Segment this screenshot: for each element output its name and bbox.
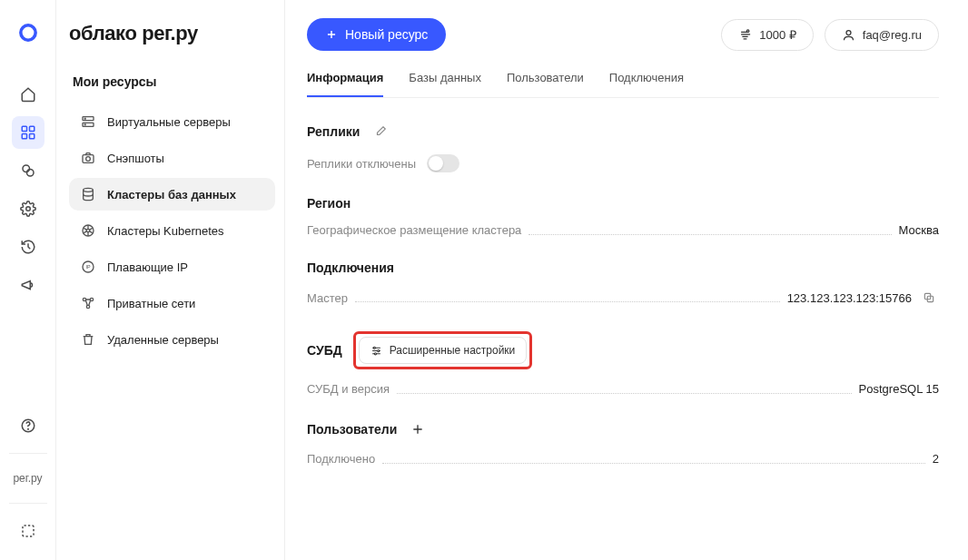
dotted-leader bbox=[355, 293, 780, 302]
svg-rect-15 bbox=[83, 155, 94, 163]
new-resource-button[interactable]: Новый ресурс bbox=[307, 18, 446, 51]
row-label: СУБД и версия bbox=[307, 382, 390, 396]
sidebar-item-deleted[interactable]: Удаленные серверы bbox=[69, 323, 275, 356]
advanced-settings-button[interactable]: Расширенные настройки bbox=[359, 337, 528, 364]
sidebar-item-db-clusters[interactable]: Кластеры баз данных bbox=[69, 178, 275, 211]
section-title: Пользователи bbox=[307, 422, 397, 437]
svg-point-5 bbox=[23, 165, 30, 172]
add-user-button[interactable] bbox=[408, 419, 428, 439]
rail-home[interactable] bbox=[12, 78, 44, 111]
sidebar-item-vservers[interactable]: Виртуальные серверы bbox=[69, 105, 275, 138]
rail-regru-label[interactable]: рег.ру bbox=[13, 472, 42, 485]
server-icon bbox=[80, 114, 96, 129]
users-count: 2 bbox=[933, 452, 939, 466]
sidebar-item-label: Кластеры баз данных bbox=[107, 188, 236, 201]
sidebar: облако рег.ру Мои ресурсы Виртуальные се… bbox=[56, 0, 285, 560]
rail-help[interactable] bbox=[12, 409, 44, 442]
rail-settings[interactable] bbox=[12, 192, 44, 225]
plus-icon bbox=[325, 28, 338, 41]
dotted-leader bbox=[397, 385, 852, 394]
account-pill[interactable]: faq@reg.ru bbox=[825, 19, 939, 51]
advanced-settings-label: Расширенные настройки bbox=[390, 344, 516, 357]
edit-replicas-button[interactable] bbox=[370, 122, 390, 142]
svg-point-30 bbox=[377, 349, 379, 351]
svg-point-31 bbox=[374, 352, 376, 354]
svg-rect-1 bbox=[22, 126, 26, 131]
svg-point-16 bbox=[86, 157, 91, 162]
account-email: faq@reg.ru bbox=[863, 28, 922, 42]
section-title: Подключения bbox=[307, 260, 394, 275]
wallet-icon bbox=[738, 28, 752, 42]
topbar: Новый ресурс 1000 ₽ faq@reg.ru bbox=[307, 18, 939, 51]
replicas-toggle[interactable] bbox=[427, 154, 459, 172]
sidebar-heading: Мои ресурсы bbox=[69, 74, 275, 89]
app-title: облако рег.ру bbox=[69, 22, 275, 45]
row-label: Географическое размещение кластера bbox=[307, 223, 521, 237]
svg-rect-10 bbox=[23, 526, 34, 536]
tab-connections[interactable]: Подключения bbox=[609, 71, 684, 97]
sidebar-item-k8s[interactable]: Кластеры Kubernetes bbox=[69, 214, 275, 247]
sidebar-item-label: Удаленные серверы bbox=[107, 333, 219, 347]
sidebar-item-label: Снэпшоты bbox=[107, 152, 164, 165]
sidebar-item-label: Плавающие IP bbox=[107, 260, 188, 274]
section-connections: Подключения Мастер 123.123.123.123:15766 bbox=[307, 260, 939, 308]
sidebar-item-snapshots[interactable]: Снэпшоты bbox=[69, 142, 275, 174]
row-label: Подключено bbox=[307, 452, 375, 466]
sidebar-item-private-net[interactable]: Приватные сети bbox=[69, 287, 275, 319]
dotted-leader bbox=[382, 455, 925, 464]
master-address: 123.123.123.123:15766 bbox=[787, 291, 912, 305]
tab-databases[interactable]: Базы данных bbox=[409, 71, 481, 97]
wheel-icon bbox=[80, 223, 96, 238]
highlight-frame: Расширенные настройки bbox=[353, 331, 533, 369]
svg-point-24 bbox=[86, 305, 89, 308]
user-icon bbox=[842, 28, 855, 42]
svg-rect-4 bbox=[29, 134, 34, 139]
tab-users[interactable]: Пользователи bbox=[507, 71, 584, 97]
rail-billing[interactable] bbox=[12, 154, 44, 187]
svg-text:IP: IP bbox=[85, 264, 90, 270]
svg-point-13 bbox=[84, 118, 85, 119]
svg-point-9 bbox=[27, 428, 28, 429]
trash-icon bbox=[80, 332, 96, 347]
main-content: Новый ресурс 1000 ₽ faq@reg.ru Информаци… bbox=[285, 0, 968, 560]
section-title: Регион bbox=[307, 196, 351, 211]
section-users: Пользователи Подключено 2 bbox=[307, 419, 939, 466]
balance-value: 1000 ₽ bbox=[759, 28, 796, 42]
rail-history[interactable] bbox=[12, 231, 44, 263]
new-resource-label: Новый ресурс bbox=[345, 27, 428, 42]
svg-point-17 bbox=[84, 188, 94, 192]
svg-point-14 bbox=[84, 124, 85, 125]
cloud-logo-icon bbox=[15, 20, 41, 45]
section-replicas: Реплики Реплики отключены bbox=[307, 122, 939, 172]
sidebar-item-label: Приватные сети bbox=[107, 297, 195, 310]
section-dbms: СУБД Расширенные настройки СУБД и версия… bbox=[307, 331, 939, 396]
section-title: СУБД bbox=[307, 343, 342, 358]
rail-resources[interactable] bbox=[12, 116, 44, 149]
region-value: Москва bbox=[899, 223, 939, 237]
balance-pill[interactable]: 1000 ₽ bbox=[721, 19, 814, 51]
dbms-value: PostgreSQL 15 bbox=[859, 382, 939, 396]
svg-rect-3 bbox=[22, 134, 26, 139]
svg-point-25 bbox=[747, 29, 750, 32]
svg-point-29 bbox=[373, 347, 375, 349]
rail-announce[interactable] bbox=[12, 269, 44, 301]
ip-icon: IP bbox=[80, 260, 96, 274]
sidebar-item-floating-ip[interactable]: IP Плавающие IP bbox=[69, 251, 275, 283]
camera-icon bbox=[80, 151, 96, 165]
sidebar-item-label: Кластеры Kubernetes bbox=[107, 224, 224, 238]
svg-point-7 bbox=[25, 207, 30, 211]
icon-rail: рег.ру bbox=[0, 0, 56, 560]
database-icon bbox=[80, 187, 96, 201]
replicas-status-text: Реплики отключены bbox=[307, 157, 416, 171]
copy-address-button[interactable] bbox=[919, 288, 939, 308]
section-region: Регион Географическое размещение кластер… bbox=[307, 196, 939, 237]
network-icon bbox=[80, 296, 96, 310]
rail-collapse[interactable] bbox=[12, 515, 44, 547]
nav-list: Виртуальные серверы Снэпшоты Кластеры ба… bbox=[69, 105, 275, 356]
tab-info[interactable]: Информация bbox=[307, 71, 383, 97]
svg-point-26 bbox=[846, 30, 851, 34]
row-label: Мастер bbox=[307, 291, 348, 305]
dotted-leader bbox=[528, 226, 891, 235]
svg-rect-2 bbox=[29, 126, 34, 131]
tabs: Информация Базы данных Пользователи Подк… bbox=[307, 71, 939, 98]
